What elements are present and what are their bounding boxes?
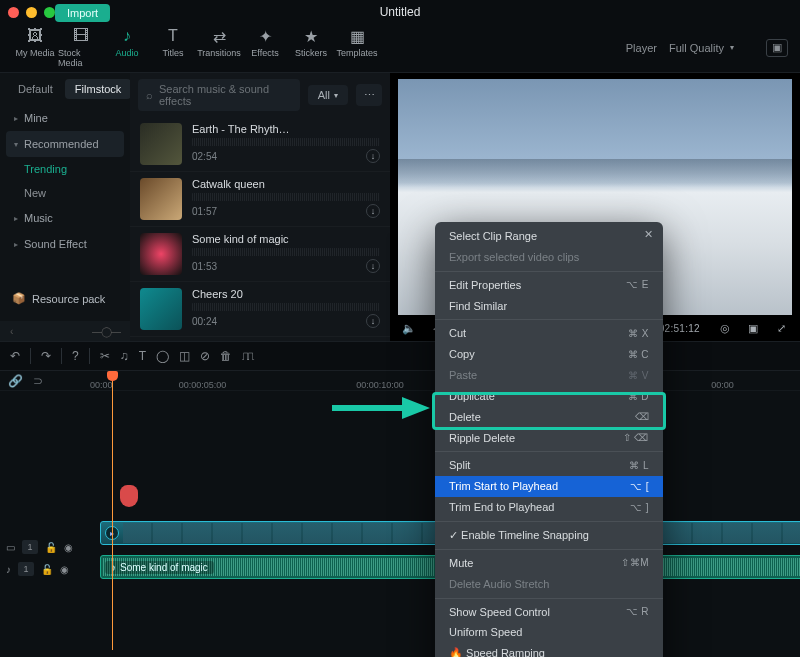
playhead[interactable]	[112, 375, 113, 650]
ctx-shortcut: ⌘ X	[628, 327, 649, 341]
lock-icon[interactable]: 🔓	[45, 542, 57, 553]
tab-effects[interactable]: ✦Effects	[242, 27, 288, 68]
help-icon[interactable]: ?	[72, 349, 79, 363]
ctx-item[interactable]: Copy⌘ C	[435, 344, 663, 365]
sidebar-item-mine[interactable]: ▸Mine	[0, 105, 130, 131]
ctx-item[interactable]: Cut⌘ X	[435, 323, 663, 344]
package-icon: 📦	[12, 292, 26, 305]
timeline-ruler[interactable]: 00:0000:00:05:0000:00:10:0000:00	[0, 371, 800, 391]
ctx-item[interactable]: Find Similar	[435, 296, 663, 317]
maximize-dot[interactable]	[44, 7, 55, 18]
ctx-shortcut: ⌥ ]	[630, 501, 649, 515]
ctx-item[interactable]: Delete⌫	[435, 407, 663, 428]
filter-all-dropdown[interactable]: All▾	[308, 85, 348, 105]
tab-titles[interactable]: TTitles	[150, 27, 196, 68]
ctx-label: Duplicate	[449, 389, 495, 404]
crop-tool-icon[interactable]: ◫	[179, 349, 190, 363]
video-lane-header[interactable]: ▭1🔓◉	[6, 540, 73, 554]
undo-icon[interactable]: ↶	[10, 349, 20, 363]
tab-label: Stickers	[295, 48, 327, 58]
sidebar-item-music[interactable]: ▸Music	[0, 205, 130, 231]
tab-stickers[interactable]: ★Stickers	[288, 27, 334, 68]
tab-audio[interactable]: ♪Audio	[104, 27, 150, 68]
marker-icon[interactable]: ◯	[156, 349, 169, 363]
ctx-item[interactable]: Uniform Speed	[435, 622, 663, 643]
ctx-label: Split	[449, 458, 470, 473]
ctx-item[interactable]: Enable Timeline Snapping	[435, 525, 663, 546]
music-icon[interactable]: ♫	[120, 349, 129, 363]
close-icon[interactable]: ✕	[644, 228, 653, 241]
audio-lane-header[interactable]: ♪1🔓◉	[6, 562, 73, 576]
tab-transitions[interactable]: ⇄Transitions	[196, 27, 242, 68]
mute-icon[interactable]: ◉	[60, 564, 69, 575]
search-input[interactable]: ⌕Search music & sound effects	[138, 79, 300, 111]
track-row[interactable]: Earth - The Rhyth…02:54↓	[130, 117, 390, 172]
sidebar-item-resource-pack[interactable]: 📦Resource pack	[0, 284, 130, 321]
lock-icon[interactable]: 🔓	[41, 564, 53, 575]
marker[interactable]	[120, 485, 138, 507]
cut-icon[interactable]: ✂	[100, 349, 110, 363]
more-button[interactable]: ⋯	[356, 84, 382, 106]
ctx-item[interactable]: 🔥 Speed Ramping	[435, 643, 663, 657]
track-row[interactable]: Happy Holidays-Al…01:09↓	[130, 337, 390, 341]
source-tab-filmstock[interactable]: Filmstock	[65, 79, 131, 99]
chevron-right-icon: ▸	[14, 240, 18, 249]
chevron-right-icon: ▸	[14, 214, 18, 223]
ctx-item[interactable]: Duplicate⌘ D	[435, 386, 663, 407]
tab-label: Effects	[251, 48, 278, 58]
ruler-tick: 00:00	[711, 380, 800, 390]
waveform	[192, 138, 380, 146]
tab-icon: T	[168, 27, 178, 45]
sidebar-item-new[interactable]: New	[0, 181, 130, 205]
quality-dropdown[interactable]: Full Quality▾	[669, 42, 734, 54]
download-icon[interactable]: ↓	[366, 314, 380, 328]
tab-stock-media[interactable]: 🎞Stock Media	[58, 27, 104, 68]
mixer-icon[interactable]: ⎍⎍	[242, 349, 252, 363]
import-button[interactable]: Import	[55, 4, 110, 22]
track-duration: 01:53	[192, 261, 217, 272]
camera-icon[interactable]: ◎	[716, 322, 734, 335]
slider-icon[interactable]: —◯—	[92, 326, 120, 337]
sidebar: DefaultFilmstock ▸Mine ▾Recommended Tren…	[0, 73, 130, 341]
snapshot-button[interactable]: ▣	[766, 39, 788, 57]
ctx-item[interactable]: Trim Start to Playhead⌥ [	[435, 476, 663, 497]
ctx-item[interactable]: Ripple Delete⇧ ⌫	[435, 428, 663, 449]
source-tab-default[interactable]: Default	[8, 79, 63, 99]
track-row[interactable]: Some kind of magic01:53↓	[130, 227, 390, 282]
text-icon[interactable]: T	[139, 349, 146, 363]
crop-icon[interactable]: ▣	[744, 322, 762, 335]
volume-icon[interactable]: 🔈	[400, 322, 418, 335]
ctx-item[interactable]: Edit Properties⌥ E	[435, 275, 663, 296]
fullscreen-icon[interactable]: ⤢	[772, 322, 790, 335]
redo-icon[interactable]: ↷	[41, 349, 51, 363]
window-title: Untitled	[0, 0, 800, 19]
download-icon[interactable]: ↓	[366, 149, 380, 163]
close-dot[interactable]	[8, 7, 19, 18]
sidebar-item-trending[interactable]: Trending	[0, 157, 130, 181]
ctx-label: Copy	[449, 347, 475, 362]
music-panel: ⌕Search music & sound effects All▾ ⋯ Ear…	[130, 73, 390, 341]
trash-icon[interactable]: 🗑	[220, 349, 232, 363]
ctx-label: Ripple Delete	[449, 431, 515, 446]
track-row[interactable]: Catwalk queen01:57↓	[130, 172, 390, 227]
tab-icon: ★	[304, 27, 318, 45]
sidebar-item-recommended[interactable]: ▾Recommended	[6, 131, 124, 157]
ctx-item[interactable]: Mute⇧⌘M	[435, 553, 663, 574]
tab-my-media[interactable]: 🖼My Media	[12, 27, 58, 68]
track-row[interactable]: Cheers 2000:24↓	[130, 282, 390, 337]
chevron-left-icon[interactable]: ‹	[10, 326, 13, 337]
sidebar-item-sound-effect[interactable]: ▸Sound Effect	[0, 231, 130, 257]
video-icon: ▭	[6, 542, 15, 553]
speed-icon[interactable]: ⊘	[200, 349, 210, 363]
ctx-label: Cut	[449, 326, 466, 341]
ctx-item[interactable]: Trim End to Playhead⌥ ]	[435, 497, 663, 518]
tab-templates[interactable]: ▦Templates	[334, 27, 380, 68]
ctx-shortcut: ⇧ ⌫	[623, 431, 649, 445]
download-icon[interactable]: ↓	[366, 259, 380, 273]
mute-icon[interactable]: ◉	[64, 542, 73, 553]
ctx-item[interactable]: Show Speed Control⌥ R	[435, 602, 663, 623]
ctx-item[interactable]: Split⌘ L	[435, 455, 663, 476]
minimize-dot[interactable]	[26, 7, 37, 18]
waveform	[192, 303, 380, 311]
download-icon[interactable]: ↓	[366, 204, 380, 218]
